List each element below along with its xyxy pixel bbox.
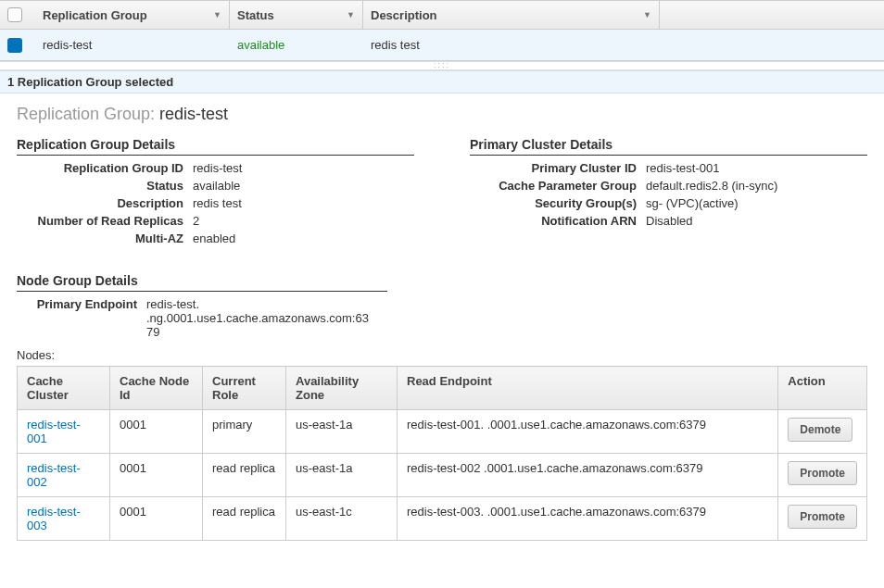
chevron-down-icon: ▼ [625,10,651,19]
title-value: redis-test [159,105,228,123]
label: Replication Group ID [17,161,193,175]
select-all-checkbox[interactable] [7,7,22,22]
nodes-label: Nodes: [17,348,867,362]
page-title: Replication Group: redis-test [17,105,867,124]
cache-node-id: 0001 [110,497,203,541]
section-heading: Node Group Details [17,273,387,292]
col-read-endpoint: Read Endpoint [398,367,778,410]
read-endpoint: redis-test-003. .0001.use1.cache.amazona… [398,497,778,541]
cell-description: redis test [363,38,660,52]
col-cache-cluster: Cache Cluster [18,367,110,410]
selection-summary: 1 Replication Group selected [0,70,884,94]
chevron-down-icon: ▼ [195,10,221,19]
label: Cache Parameter Group [470,179,646,193]
value: available [193,179,414,193]
table-header: Replication Group ▼ Status ▼ Description… [0,0,884,30]
cache-node-id: 0001 [110,454,203,497]
read-endpoint: redis-test-001. .0001.use1.cache.amazona… [398,410,778,454]
col-availability-zone: Availability Zone [286,367,398,410]
col-current-role: Current Role [203,367,286,410]
label: Notification ARN [470,214,646,228]
value: redis-test-001 [646,161,867,175]
value: sg- (VPC)(active) [646,196,867,210]
label: Status [17,179,193,193]
label: Primary Cluster ID [470,161,646,175]
section-heading: Replication Group Details [17,137,414,156]
value: enabled [193,231,414,245]
value: 2 [193,214,414,228]
splitter-handle[interactable] [0,61,884,70]
row-checkbox[interactable] [7,38,22,53]
title-prefix: Replication Group: [17,105,159,123]
value: redis-test. .ng.0001.use1.cache.amazonaw… [146,297,369,339]
cell-status: available [230,38,363,52]
cache-cluster-link[interactable]: redis-test-002 [27,461,81,489]
header-col-description[interactable]: Description ▼ [363,1,660,29]
read-endpoint: redis-test-002 .0001.use1.cache.amazonaw… [398,454,778,497]
label: Description [17,196,193,210]
label: Number of Read Replicas [17,214,193,228]
primary-cluster-details: Primary Cluster Details Primary Cluster … [470,137,867,249]
availability-zone: us-east-1a [286,410,398,454]
nodes-table: Cache Cluster Cache Node Id Current Role… [17,366,867,541]
cell-replication-group: redis-test [35,38,230,52]
header-label: Replication Group [43,8,147,22]
demote-button[interactable]: Demote [788,418,852,442]
header-label: Description [371,8,437,22]
label: Multi-AZ [17,231,193,245]
label: Primary Endpoint [17,297,146,339]
cache-cluster-link[interactable]: redis-test-003 [27,505,81,532]
node-group-details: Node Group Details Primary Endpoint redi… [17,273,867,541]
chevron-down-icon: ▼ [328,10,355,19]
table-row: redis-test-0030001read replicaus-east-1c… [18,497,867,541]
availability-zone: us-east-1a [286,454,398,497]
col-action: Action [778,367,867,410]
current-role: read replica [203,497,286,541]
current-role: read replica [203,454,286,497]
table-row: redis-test-0020001read replicaus-east-1a… [18,454,867,497]
table-header-row: Cache Cluster Cache Node Id Current Role… [18,367,867,410]
header-label: Status [237,8,274,22]
section-heading: Primary Cluster Details [470,137,867,156]
promote-button[interactable]: Promote [788,461,857,485]
replication-group-details: Replication Group Details Replication Gr… [17,137,414,249]
table-row[interactable]: redis-test available redis test [0,30,884,61]
label: Security Group(s) [470,196,646,210]
col-cache-node-id: Cache Node Id [110,367,203,410]
cache-cluster-link[interactable]: redis-test-001 [27,418,81,445]
value: redis test [193,196,414,210]
value: default.redis2.8 (in-sync) [646,179,867,193]
header-col-replication-group[interactable]: Replication Group ▼ [35,1,230,29]
promote-button[interactable]: Promote [788,505,857,529]
value: redis-test [193,161,414,175]
details-panel: Replication Group: redis-test Replicatio… [0,94,884,559]
availability-zone: us-east-1c [286,497,398,541]
table-row: redis-test-0010001primaryus-east-1aredis… [18,410,867,454]
value: Disabled [646,214,867,228]
header-col-status[interactable]: Status ▼ [230,1,363,29]
cache-node-id: 0001 [110,410,203,454]
current-role: primary [203,410,286,454]
